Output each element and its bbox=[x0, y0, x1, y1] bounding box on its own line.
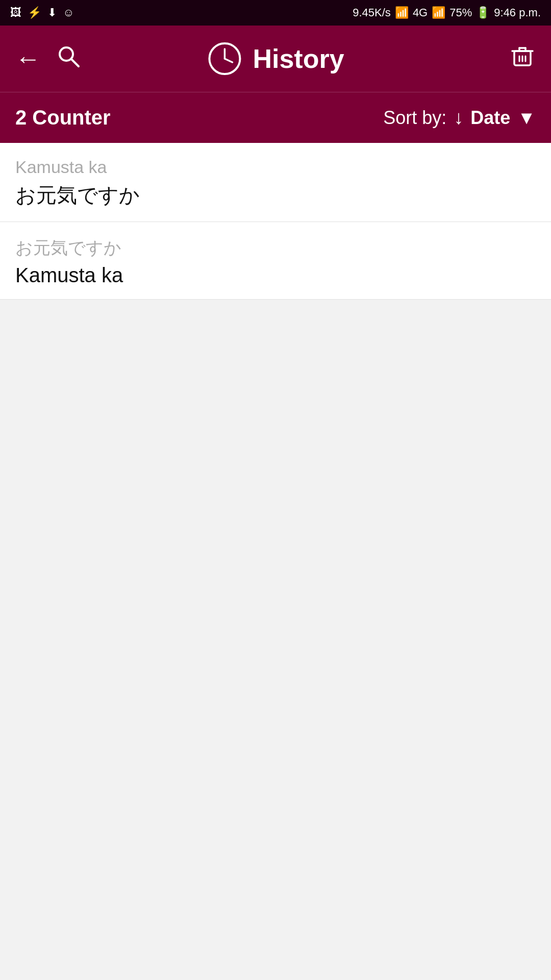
sort-direction-icon: ↓ bbox=[454, 107, 463, 129]
history-item-1-source: Kamusta ka bbox=[15, 157, 536, 177]
history-item-2-source: お元気ですか bbox=[15, 236, 536, 260]
search-button[interactable] bbox=[56, 44, 81, 74]
image-icon: 🖼 bbox=[10, 6, 21, 19]
wifi-icon: 📶 bbox=[395, 6, 409, 19]
network-type-icon: 4G bbox=[413, 6, 428, 19]
status-bar: 🖼 ⚡ ⬇ ☺ 9.45K/s 📶 4G 📶 75% 🔋 9:46 p.m. bbox=[0, 0, 551, 26]
app-bar-left: ← bbox=[15, 44, 81, 74]
history-item-2[interactable]: お元気ですか Kamusta ka bbox=[0, 222, 551, 300]
clock-time: 9:46 p.m. bbox=[494, 6, 541, 19]
app-bar-center: History bbox=[207, 41, 344, 77]
signal-icon: 📶 bbox=[432, 6, 445, 19]
counter-text: 2 Counter bbox=[15, 106, 111, 129]
history-list: Kamusta ka お元気ですか お元気ですか Kamusta ka bbox=[0, 143, 551, 300]
sort-label: Sort by: bbox=[383, 107, 446, 129]
history-item-1-translated: お元気ですか bbox=[15, 181, 536, 209]
network-speed: 9.45K/s bbox=[353, 6, 391, 19]
app-bar: ← History bbox=[0, 26, 551, 92]
counter-bar: 2 Counter Sort by: ↓ Date ▼ bbox=[0, 92, 551, 143]
app-bar-title: History bbox=[253, 43, 344, 74]
svg-line-4 bbox=[224, 59, 232, 62]
history-clock-icon bbox=[207, 41, 242, 77]
sort-section[interactable]: Sort by: ↓ Date ▼ bbox=[383, 107, 536, 129]
history-item-2-translated: Kamusta ka bbox=[15, 264, 536, 287]
back-button[interactable]: ← bbox=[15, 44, 41, 74]
sort-dropdown-icon[interactable]: ▼ bbox=[517, 107, 536, 129]
usb-icon: ⚡ bbox=[28, 6, 41, 19]
svg-line-1 bbox=[71, 59, 79, 66]
history-item-1[interactable]: Kamusta ka お元気ですか bbox=[0, 143, 551, 222]
status-left-icons: 🖼 ⚡ ⬇ ☺ bbox=[10, 6, 74, 19]
download-icon: ⬇ bbox=[47, 6, 57, 19]
delete-button[interactable] bbox=[509, 43, 536, 75]
battery-percent: 75% bbox=[449, 6, 472, 19]
emoji-icon: ☺ bbox=[63, 6, 74, 19]
battery-icon: 🔋 bbox=[476, 6, 490, 19]
sort-value: Date bbox=[470, 107, 510, 129]
status-right-info: 9.45K/s 📶 4G 📶 75% 🔋 9:46 p.m. bbox=[353, 6, 541, 19]
